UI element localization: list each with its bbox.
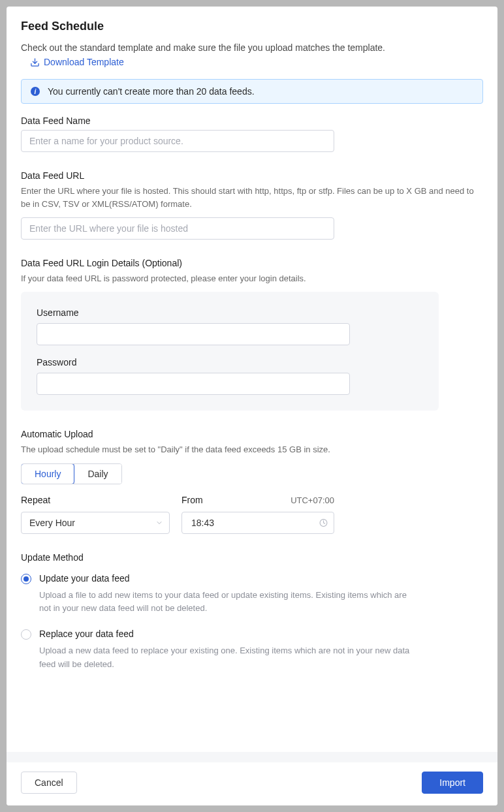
update-option-body: Update your data feed Upload a file to a…	[39, 573, 418, 616]
chevron-down-icon	[155, 519, 163, 527]
feed-url-input[interactable]	[21, 217, 334, 240]
login-label: Data Feed URL Login Details (Optional)	[21, 258, 483, 268]
auto-upload-label: Automatic Upload	[21, 429, 483, 439]
username-label: Username	[37, 307, 423, 318]
feed-name-section: Data Feed Name	[21, 116, 483, 152]
panel-content: Feed Schedule Check out the standard tem…	[7, 7, 497, 752]
auto-upload-section: Automatic Upload The upload schedule mus…	[21, 429, 483, 533]
auto-upload-help: The upload schedule must be set to "Dail…	[21, 443, 483, 456]
repeat-label: Repeat	[21, 495, 170, 505]
from-time-picker[interactable]: 18:43	[181, 512, 334, 534]
info-icon: i	[31, 87, 40, 96]
update-option-update: Update your data feed Upload a file to a…	[21, 573, 483, 616]
update-option-desc: Upload a file to add new items to your d…	[39, 589, 418, 616]
info-message: You currently can't create more than 20 …	[48, 86, 255, 97]
download-template-label: Download Template	[44, 57, 124, 67]
update-option-title: Update your data feed	[39, 573, 418, 584]
feed-schedule-panel: Feed Schedule Check out the standard tem…	[7, 7, 497, 805]
update-method-label: Update Method	[21, 552, 483, 563]
repeat-select[interactable]: Every Hour	[21, 512, 170, 534]
username-input[interactable]	[37, 323, 350, 345]
replace-option-body: Replace your data feed Upload a new data…	[39, 629, 418, 672]
from-label: From	[181, 495, 203, 505]
info-alert: i You currently can't create more than 2…	[21, 79, 483, 104]
login-help: If your data feed URL is password protec…	[21, 272, 483, 285]
feed-url-help: Enter the URL where your file is hosted.…	[21, 185, 483, 211]
upload-freq-hourly[interactable]: Hourly	[21, 463, 74, 484]
replace-option-desc: Upload a new data feed to replace your e…	[39, 644, 418, 672]
login-box: Username Password	[21, 292, 439, 411]
download-template-link[interactable]: Download Template	[30, 57, 124, 67]
radio-update[interactable]	[21, 574, 31, 584]
footer: Cancel Import	[7, 762, 497, 805]
download-icon	[30, 57, 40, 67]
replace-option-title: Replace your data feed	[39, 629, 418, 639]
import-button[interactable]: Import	[422, 772, 483, 794]
cancel-button[interactable]: Cancel	[21, 772, 77, 794]
upload-freq-daily[interactable]: Daily	[74, 464, 121, 484]
clock-icon	[319, 518, 328, 527]
from-value: 18:43	[191, 518, 214, 528]
intro-text: Check out the standard template and make…	[21, 42, 483, 53]
feed-name-input[interactable]	[21, 130, 334, 152]
repeat-value: Every Hour	[29, 518, 75, 528]
upload-frequency-toggle: Hourly Daily	[21, 463, 122, 484]
username-field-wrap: Username	[37, 307, 423, 345]
feed-url-section: Data Feed URL Enter the URL where your f…	[21, 170, 483, 240]
password-label: Password	[37, 357, 423, 367]
login-section: Data Feed URL Login Details (Optional) I…	[21, 258, 483, 411]
radio-replace[interactable]	[21, 629, 31, 640]
update-method-section: Update Method Update your data feed Uplo…	[21, 552, 483, 672]
divider-bar	[7, 752, 497, 762]
schedule-row: Repeat Every Hour From UTC+07:00 18:43	[21, 495, 483, 534]
page-title: Feed Schedule	[21, 20, 483, 33]
password-input[interactable]	[37, 373, 350, 395]
update-option-replace: Replace your data feed Upload a new data…	[21, 629, 483, 672]
from-col: From UTC+07:00 18:43	[181, 495, 334, 534]
feed-url-label: Data Feed URL	[21, 170, 483, 181]
password-field-wrap: Password	[37, 357, 423, 395]
feed-name-label: Data Feed Name	[21, 116, 483, 126]
repeat-col: Repeat Every Hour	[21, 495, 170, 534]
timezone-text: UTC+07:00	[291, 495, 334, 505]
